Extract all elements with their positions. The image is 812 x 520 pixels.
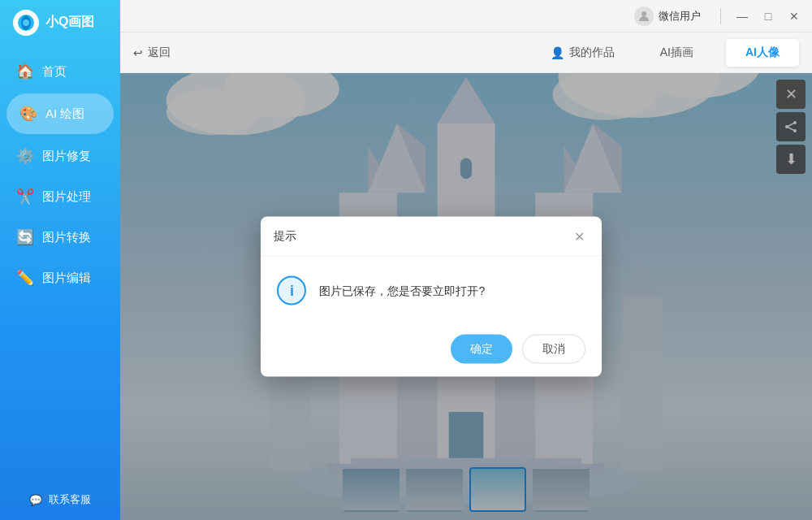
tab-ai-illustration-label: AI插画	[660, 46, 693, 58]
svg-point-2	[23, 20, 29, 26]
my-works-label: 我的作品	[569, 46, 615, 60]
ai-draw-icon: 🎨	[19, 105, 37, 123]
sidebar-item-home-label: 首页	[42, 64, 67, 80]
user-name: 微信用户	[659, 9, 701, 24]
back-arrow-icon: ↩	[133, 46, 143, 59]
sidebar-item-img-edit[interactable]: ✏️ 图片编辑	[0, 258, 120, 298]
tab-ai-illustration[interactable]: AI插画	[641, 39, 713, 67]
img-edit-icon: ✏️	[16, 269, 34, 287]
user-avatar	[634, 6, 654, 26]
back-label: 返回	[148, 46, 171, 60]
sidebar-item-img-convert[interactable]: 🔄 图片转换	[0, 217, 120, 258]
titlebar-divider	[720, 8, 721, 24]
titlebar: 微信用户 — □ ✕	[120, 0, 812, 32]
sidebar-item-home[interactable]: 🏠 首页	[0, 51, 120, 92]
svg-point-3	[641, 11, 646, 16]
tab-ai-portrait-label: AI人像	[745, 46, 780, 58]
cancel-button[interactable]: 取消	[522, 335, 585, 364]
home-icon: 🏠	[16, 63, 34, 80]
service-icon: 💬	[29, 494, 42, 506]
modal-footer: 确定 取消	[261, 325, 602, 377]
logo-text: 小Q画图	[45, 14, 94, 31]
modal-overlay: 提示 ✕ i 图片已保存，您是否要立即打开? 确定 取消	[120, 73, 812, 520]
service-label: 联系客服	[49, 492, 91, 507]
contact-service[interactable]: 💬 联系客服	[13, 479, 107, 520]
restore-button[interactable]: □	[757, 6, 780, 26]
modal-info-icon: i	[277, 276, 306, 306]
main-content: 微信用户 — □ ✕ ↩ 返回 👤 我的作品 AI插画 AI人像	[120, 0, 812, 520]
content-area: ✕ ⬇	[120, 73, 812, 520]
sidebar-item-img-process[interactable]: ✂️ 图片处理	[0, 176, 120, 217]
close-button[interactable]: ✕	[783, 6, 806, 26]
app-logo: 小Q画图	[0, 0, 120, 45]
sidebar-item-img-repair[interactable]: ⚙️ 图片修复	[0, 136, 120, 176]
user-area: 微信用户	[634, 6, 701, 26]
confirm-button[interactable]: 确定	[451, 335, 512, 364]
minimize-button[interactable]: —	[731, 6, 754, 26]
modal-header: 提示 ✕	[261, 217, 602, 257]
sidebar-item-ai-draw[interactable]: 🎨 AI 绘图	[6, 93, 114, 134]
sidebar-item-img-edit-label: 图片编辑	[42, 271, 91, 286]
img-process-icon: ✂️	[16, 188, 34, 206]
img-convert-icon: 🔄	[16, 228, 34, 246]
toolbar: ↩ 返回 👤 我的作品 AI插画 AI人像	[120, 32, 812, 73]
sidebar: 小Q画图 🏠 首页 🎨 AI 绘图 ⚙️ 图片修复 ✂️ 图片处理 🔄 图片转换…	[0, 0, 120, 520]
my-works-icon: 👤	[551, 46, 564, 59]
img-repair-icon: ⚙️	[16, 147, 34, 165]
logo-icon	[13, 10, 39, 36]
my-works-button[interactable]: 👤 我的作品	[538, 41, 628, 65]
modal-close-button[interactable]: ✕	[569, 227, 589, 246]
sidebar-item-img-process-label: 图片处理	[42, 189, 91, 205]
sidebar-item-img-convert-label: 图片转换	[42, 230, 91, 245]
tab-ai-portrait[interactable]: AI人像	[726, 39, 799, 67]
modal-title: 提示	[274, 229, 296, 244]
sidebar-nav: 🏠 首页 🎨 AI 绘图 ⚙️ 图片修复 ✂️ 图片处理 🔄 图片转换 ✏️ 图…	[0, 45, 120, 479]
modal-message: 图片已保存，您是否要立即打开?	[319, 281, 485, 299]
modal-body: i 图片已保存，您是否要立即打开?	[261, 257, 602, 325]
sidebar-item-ai-draw-label: AI 绘图	[45, 106, 84, 122]
back-button[interactable]: ↩ 返回	[133, 46, 171, 60]
sidebar-item-img-repair-label: 图片修复	[42, 149, 91, 164]
modal-dialog: 提示 ✕ i 图片已保存，您是否要立即打开? 确定 取消	[261, 217, 602, 377]
